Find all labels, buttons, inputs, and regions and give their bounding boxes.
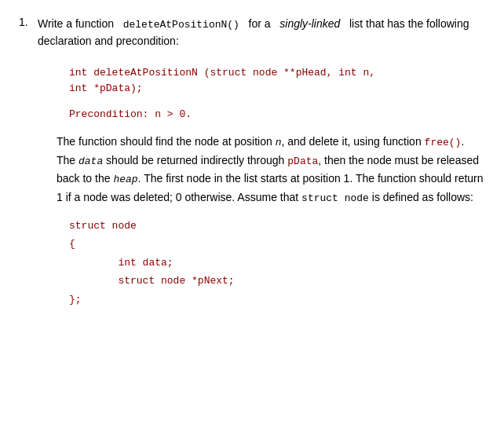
question-header: 1. Write a function deleteAtPositionN() …	[19, 16, 485, 49]
struct-line-4: struct node *pNext;	[69, 272, 485, 290]
free-code: free()	[425, 137, 462, 148]
struct-line-5: };	[69, 291, 485, 309]
italic-text: singly-linked	[279, 17, 340, 30]
struct-line-1: struct node	[69, 217, 485, 235]
question-intro: Write a function deleteAtPositionN() for…	[38, 16, 485, 49]
code-line-2: int *pData);	[69, 81, 485, 97]
italic-heap: heap	[113, 174, 137, 185]
pdata-code: pData	[287, 155, 318, 167]
function-signature: int deleteAtPositionN (struct node **pHe…	[69, 65, 485, 98]
italic-n-1: n	[276, 137, 282, 148]
body-paragraph-1: The function should find the node at pos…	[57, 133, 485, 207]
intro-after-code: for a	[249, 17, 271, 30]
italic-data: data	[79, 155, 103, 167]
question-container: 1. Write a function deleteAtPositionN() …	[19, 16, 485, 318]
intro-before-code: Write a function	[38, 17, 114, 30]
struct-definition: struct node { int data; struct node *pNe…	[69, 217, 485, 309]
struct-line-3: int data;	[69, 254, 485, 272]
struct-line-2: {	[69, 235, 485, 253]
code-line-1: int deleteAtPositionN (struct node **pHe…	[69, 65, 485, 82]
precondition: Precondition: n > 0.	[69, 107, 485, 123]
question-number: 1.	[19, 16, 31, 49]
struct-node-inline: struct node	[301, 192, 369, 204]
function-name-inline: deleteAtPositionN()	[123, 19, 239, 31]
question-body: int deleteAtPositionN (struct node **pHe…	[38, 56, 485, 319]
